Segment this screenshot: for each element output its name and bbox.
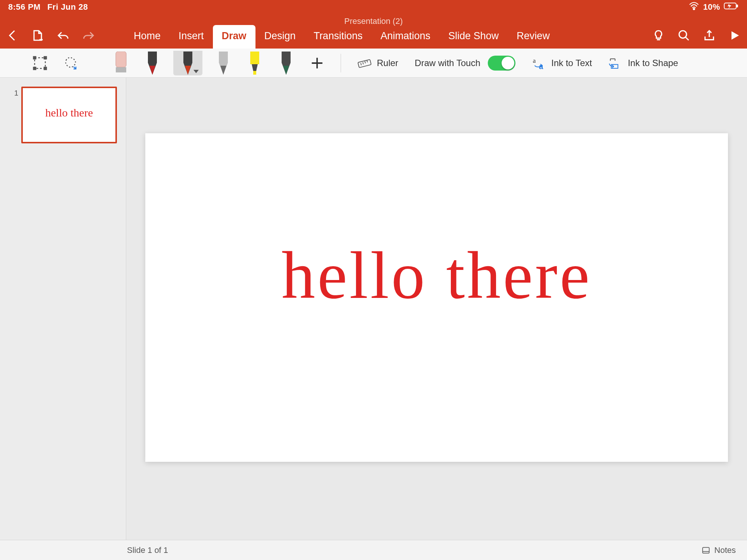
slide-thumbnail-panel[interactable]: 1 hello there (0, 78, 126, 540)
document-title: Presentation (2) (344, 16, 403, 26)
status-time: 8:56 PM (8, 2, 41, 12)
ink-to-shape-label: Ink to Shape (628, 58, 678, 68)
tab-home[interactable]: Home (125, 25, 170, 49)
thumbnail-ink-text: hello there (45, 106, 93, 119)
ink-to-text-icon: aa (532, 56, 546, 70)
ios-status-bar: 8:56 PM Fri Jun 28 10% (0, 0, 747, 14)
select-tool[interactable] (30, 51, 50, 75)
battery-percent: 10% (703, 2, 720, 12)
draw-ribbon: Ruler Draw with Touch aa Ink to Text Ink… (0, 49, 747, 78)
svg-rect-13 (250, 52, 259, 64)
svg-rect-7 (34, 56, 36, 59)
ruler-label: Ruler (377, 58, 398, 68)
svg-rect-10 (44, 67, 46, 69)
lightbulb-icon[interactable] (652, 29, 665, 42)
separator (341, 54, 341, 72)
lasso-tool[interactable] (61, 51, 81, 75)
ink-to-text-label: Ink to Text (551, 58, 592, 68)
notes-label: Notes (715, 545, 736, 555)
svg-rect-8 (44, 56, 46, 59)
notes-button[interactable]: Notes (702, 545, 736, 555)
wifi-icon (689, 2, 699, 12)
draw-touch-label: Draw with Touch (415, 58, 480, 68)
svg-rect-11 (116, 52, 126, 67)
lasso-icon (63, 56, 78, 70)
pencil-gray[interactable] (213, 51, 234, 75)
handwritten-ink: hello there (282, 237, 592, 314)
play-icon[interactable] (728, 29, 741, 42)
ink-to-shape-button[interactable]: Ink to Shape (605, 51, 681, 75)
file-menu-icon[interactable] (31, 29, 44, 42)
svg-rect-18 (703, 547, 709, 553)
tab-design[interactable]: Design (255, 25, 305, 49)
undo-icon[interactable] (57, 29, 69, 42)
svg-text:a: a (533, 56, 536, 64)
battery-icon (724, 2, 739, 12)
status-footer: Slide 1 of 1 Notes (0, 540, 747, 560)
tab-transitions[interactable]: Transitions (305, 25, 372, 49)
ruler-tool[interactable]: Ruler (354, 51, 401, 75)
pen-red-dark[interactable] (142, 51, 163, 75)
slide-canvas[interactable]: hello there (145, 133, 728, 462)
tab-review[interactable]: Review (508, 25, 559, 49)
tab-animations[interactable]: Animations (372, 25, 440, 49)
redo-icon[interactable] (82, 29, 95, 42)
slide-counter: Slide 1 of 1 (127, 545, 168, 555)
plus-icon (310, 56, 324, 70)
svg-point-4 (39, 39, 41, 40)
tab-insert[interactable]: Insert (170, 25, 213, 49)
pen-red-selected[interactable] (173, 51, 202, 75)
thumbnail-index: 1 (14, 87, 18, 97)
svg-rect-2 (737, 4, 738, 7)
pen-teal[interactable] (276, 51, 297, 75)
highlighter-yellow[interactable] (244, 51, 265, 75)
workspace: 1 hello there hello there (0, 78, 747, 540)
svg-rect-15 (358, 59, 371, 68)
toggle-on-icon[interactable] (488, 56, 515, 71)
ink-to-shape-icon (608, 56, 623, 70)
svg-point-0 (694, 8, 695, 10)
svg-rect-9 (34, 67, 36, 69)
slide-thumbnail-1[interactable]: hello there (21, 87, 117, 143)
svg-rect-12 (116, 67, 126, 72)
ink-to-text-button[interactable]: aa Ink to Text (529, 51, 595, 75)
select-icon (33, 56, 47, 70)
search-icon[interactable] (678, 29, 690, 42)
status-date: Fri Jun 28 (47, 2, 88, 12)
tab-slide-show[interactable]: Slide Show (439, 25, 508, 49)
draw-with-touch-toggle[interactable]: Draw with Touch (412, 51, 518, 75)
app-header: Presentation (2) Home Insert Draw Design… (0, 14, 747, 49)
eraser-tool[interactable] (111, 51, 131, 75)
add-pen-button[interactable] (307, 51, 327, 75)
svg-rect-14 (253, 71, 256, 75)
svg-point-5 (679, 31, 686, 38)
svg-text:a: a (539, 62, 543, 70)
ribbon-tabs: Home Insert Draw Design Transitions Anim… (125, 14, 559, 49)
back-icon[interactable] (6, 29, 19, 42)
ruler-icon (357, 56, 372, 70)
tab-draw[interactable]: Draw (213, 25, 255, 49)
slide-canvas-area: hello there (126, 78, 747, 540)
svg-point-3 (41, 39, 43, 40)
share-icon[interactable] (703, 29, 716, 42)
